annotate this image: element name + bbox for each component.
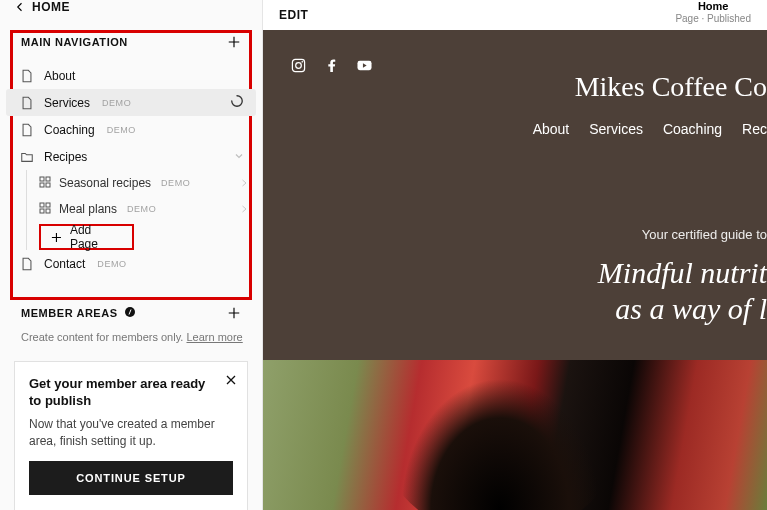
grid-icon: [39, 202, 51, 217]
card-title: Get your member area ready to publish: [29, 376, 233, 410]
svg-point-10: [296, 63, 302, 69]
member-subtitle: Create content for members only.: [21, 331, 186, 343]
headline-line2: as a way of l: [291, 292, 767, 326]
nav-item-services[interactable]: Services DEMO: [6, 89, 256, 116]
svg-rect-4: [40, 203, 44, 207]
chevron-right-icon: [240, 176, 248, 190]
subnav-seasonal[interactable]: Seasonal recipes DEMO: [29, 170, 256, 196]
svg-rect-6: [40, 209, 44, 213]
main-pane: EDIT Home Page · Published Mikes Coffee …: [263, 0, 767, 510]
back-home-button[interactable]: HOME: [0, 0, 262, 14]
add-page-button[interactable]: Add Page: [39, 224, 134, 250]
nav-label: Recipes: [44, 150, 87, 164]
site-nav-services[interactable]: Services: [589, 121, 643, 137]
chevron-right-icon: [240, 202, 248, 216]
learn-more-link[interactable]: Learn more: [186, 331, 242, 343]
plus-icon: [227, 35, 241, 49]
member-areas-title: MEMBER AREAS: [21, 307, 118, 319]
nav-label: Coaching: [44, 123, 95, 137]
plus-icon: [51, 232, 62, 243]
setup-card: Get your member area ready to publish No…: [14, 361, 248, 510]
page-status: Home Page · Published: [675, 0, 751, 25]
tagline: Your certified guide to: [291, 227, 767, 242]
svg-rect-0: [40, 177, 44, 181]
nav-item-contact[interactable]: Contact DEMO: [6, 250, 256, 277]
site-preview[interactable]: Mikes Coffee Co About Services Coaching …: [263, 30, 767, 510]
page-icon: [20, 96, 34, 110]
site-nav: About Services Coaching Rec: [291, 121, 767, 137]
status-title: Home: [675, 0, 751, 13]
headline-line1: Mindful nutrit: [291, 256, 767, 290]
nav-item-about[interactable]: About: [6, 62, 256, 89]
hero-section: Mikes Coffee Co About Services Coaching …: [263, 30, 767, 360]
page-icon: [20, 123, 34, 137]
add-member-area-button[interactable]: [224, 303, 244, 323]
svg-rect-5: [46, 203, 50, 207]
nav-item-coaching[interactable]: Coaching DEMO: [6, 116, 256, 143]
site-title: Mikes Coffee Co: [291, 71, 767, 103]
add-section-button[interactable]: [224, 32, 244, 52]
close-icon: [225, 374, 237, 386]
plus-icon: [227, 306, 241, 320]
site-nav-recipes[interactable]: Rec: [742, 121, 767, 137]
sub-label: Meal plans: [59, 202, 117, 216]
main-nav-title: MAIN NAVIGATION: [21, 36, 128, 48]
sidebar: HOME MAIN NAVIGATION About Services DEMO…: [0, 0, 263, 510]
nav-label: About: [44, 69, 75, 83]
svg-rect-2: [40, 183, 44, 187]
sub-label: Seasonal recipes: [59, 176, 151, 190]
nav-item-recipes[interactable]: Recipes: [6, 143, 256, 170]
grid-icon: [39, 176, 51, 191]
svg-rect-3: [46, 183, 50, 187]
site-nav-about[interactable]: About: [533, 121, 570, 137]
svg-point-11: [301, 61, 303, 63]
demo-tag: DEMO: [161, 178, 190, 188]
demo-tag: DEMO: [97, 259, 126, 269]
continue-setup-button[interactable]: CONTINUE SETUP: [29, 461, 233, 495]
add-page-label: Add Page: [70, 223, 122, 251]
page-icon: [20, 69, 34, 83]
svg-rect-7: [46, 209, 50, 213]
chevron-down-icon: [234, 150, 244, 164]
nav-label: Contact: [44, 257, 85, 271]
edit-button[interactable]: EDIT: [279, 8, 308, 22]
site-nav-coaching[interactable]: Coaching: [663, 121, 722, 137]
demo-tag: DEMO: [127, 204, 156, 214]
demo-tag: DEMO: [107, 125, 136, 135]
svg-rect-1: [46, 177, 50, 181]
recipes-sublist: Seasonal recipes DEMO Meal plans DEMO Ad…: [26, 170, 256, 250]
nav-label: Services: [44, 96, 90, 110]
info-icon[interactable]: [124, 306, 136, 320]
status-sub: Page · Published: [675, 13, 751, 25]
subnav-mealplans[interactable]: Meal plans DEMO: [29, 196, 256, 222]
chevron-left-icon: [14, 1, 26, 13]
page-icon: [20, 257, 34, 271]
folder-icon: [20, 150, 34, 164]
back-label: HOME: [32, 0, 70, 14]
loading-spinner-icon: [230, 94, 244, 111]
card-body: Now that you've created a member area, f…: [29, 416, 233, 450]
hero-image: [263, 360, 767, 510]
card-close-button[interactable]: [225, 372, 237, 390]
demo-tag: DEMO: [102, 98, 131, 108]
